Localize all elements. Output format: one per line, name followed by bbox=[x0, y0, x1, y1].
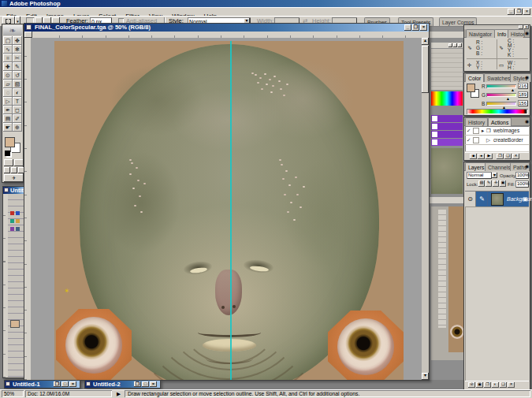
visibility-toggle[interactable]: ⊙ bbox=[465, 192, 476, 207]
action-row[interactable]: ✓ ▷ createBorder bbox=[465, 136, 529, 145]
slider-b-value[interactable]: 156 bbox=[518, 100, 528, 106]
slider-g-thumb[interactable]: ▲ bbox=[506, 96, 510, 101]
eraser-tool[interactable]: ▱ bbox=[3, 80, 13, 88]
lock-position-icon[interactable]: ✛ bbox=[493, 180, 499, 187]
doc-vertical-scrollbar[interactable]: ▴ ▾ bbox=[422, 38, 429, 380]
layer-row-background[interactable]: ⊙ ✎ Background ▣ bbox=[465, 191, 529, 206]
left-doc-content[interactable] bbox=[8, 194, 25, 378]
expand-arrow-icon[interactable]: ▸ bbox=[482, 128, 484, 134]
new-action-button[interactable]: ❏ bbox=[504, 154, 512, 159]
min-close-button[interactable]: × bbox=[150, 381, 157, 387]
slider-g-track[interactable] bbox=[486, 93, 516, 97]
action-set-row[interactable]: ✓ ▸ ❐ webImages bbox=[465, 127, 529, 136]
minimized-title-bar[interactable]: Untitled-1 ❐ □ × bbox=[5, 381, 80, 388]
delete-button[interactable]: ✕ bbox=[512, 154, 519, 159]
action-set-name[interactable]: webImages bbox=[493, 128, 519, 134]
clone-stamp-tool[interactable]: ⊙ bbox=[3, 71, 13, 80]
custom-shape-tool[interactable]: ◻ bbox=[13, 106, 22, 114]
lock-all-icon[interactable]: ▣ bbox=[500, 180, 506, 187]
stop-button[interactable]: ■ bbox=[470, 154, 477, 159]
doc-close-button[interactable]: × bbox=[420, 24, 427, 31]
scroll-thumb[interactable] bbox=[422, 46, 429, 93]
new-layer-button[interactable]: ❏ bbox=[500, 382, 507, 388]
doc-size-field[interactable]: Doc: 12.0M/16.0M bbox=[25, 390, 112, 397]
action-name[interactable]: createBorder bbox=[493, 137, 523, 143]
slider-b-track[interactable] bbox=[486, 102, 516, 106]
color-spectrum-bar[interactable] bbox=[467, 109, 528, 114]
doc-minimize-button[interactable]: _ bbox=[404, 24, 411, 31]
scroll-up-button[interactable]: ▴ bbox=[422, 38, 429, 45]
minimized-window-1[interactable]: Untitled-1 ❐ □ × bbox=[4, 380, 80, 389]
left-doc-title-bar[interactable]: Untitled bbox=[3, 187, 25, 194]
blur-tool[interactable]: ◌ bbox=[3, 88, 13, 97]
min-maximize-button[interactable]: □ bbox=[142, 381, 149, 387]
default-colors-icon[interactable] bbox=[5, 151, 10, 156]
minimized-window-2[interactable]: Untitled-2 ❐ □ × bbox=[84, 380, 161, 389]
new-set-button[interactable]: ❐ bbox=[484, 382, 491, 388]
hand-tool[interactable]: ☛ bbox=[3, 123, 13, 132]
tab-swatches[interactable]: Swatches bbox=[484, 73, 513, 82]
zoom-level-field[interactable]: 50% bbox=[2, 390, 24, 397]
tab-history[interactable]: History bbox=[465, 117, 488, 126]
tab-navigator[interactable]: Navigator bbox=[466, 29, 495, 38]
toggle-box[interactable] bbox=[473, 128, 479, 134]
close-button[interactable]: × bbox=[523, 9, 530, 15]
scroll-down-button[interactable]: ▾ bbox=[422, 373, 429, 380]
move-tool[interactable]: ✥ bbox=[13, 36, 22, 45]
fill-value[interactable]: 100% bbox=[515, 180, 529, 188]
notes-tool[interactable]: ▤ bbox=[3, 114, 13, 123]
lock-transparency-icon[interactable]: ▨ bbox=[478, 180, 485, 187]
palette-menu-arrow[interactable]: ◉ bbox=[525, 163, 529, 169]
screen-mode-full-menubar-button[interactable] bbox=[11, 167, 17, 173]
new-set-button[interactable]: ❐ bbox=[497, 154, 504, 159]
lasso-tool[interactable]: ∿ bbox=[3, 45, 13, 54]
gradient-tool[interactable]: ▧ bbox=[13, 80, 22, 88]
quickmask-mode-button[interactable] bbox=[14, 159, 24, 166]
layer-mask-button[interactable]: ▣ bbox=[476, 382, 483, 388]
foreground-color-swatch[interactable] bbox=[5, 137, 15, 147]
delete-layer-button[interactable]: ✕ bbox=[508, 382, 515, 388]
palette-menu-arrow[interactable]: ◉ bbox=[525, 74, 529, 80]
zoom-tool[interactable]: ⊕ bbox=[13, 123, 22, 132]
dodge-tool[interactable]: ◐ bbox=[13, 88, 22, 97]
layer-effects-button[interactable]: ⊘ bbox=[468, 382, 475, 388]
record-button[interactable]: ● bbox=[478, 154, 485, 159]
min-maximize-button[interactable]: □ bbox=[61, 381, 69, 387]
slider-r-thumb[interactable]: ▲ bbox=[511, 87, 515, 92]
history-brush-tool[interactable]: ↺ bbox=[13, 71, 22, 80]
toggle-box[interactable] bbox=[473, 137, 479, 143]
canvas[interactable]: ✶ bbox=[54, 41, 404, 380]
foreground-color-swatch[interactable] bbox=[467, 84, 475, 92]
standard-mode-button[interactable] bbox=[4, 159, 13, 166]
lock-image-icon[interactable]: ✎ bbox=[485, 180, 492, 187]
eyedropper-tool[interactable]: ✐ bbox=[13, 114, 22, 123]
tab-actions[interactable]: Actions bbox=[488, 117, 512, 126]
slider-g-value[interactable]: 189 bbox=[518, 91, 528, 98]
tab-color[interactable]: Color bbox=[465, 73, 484, 82]
status-arrow-icon[interactable]: ▶ bbox=[117, 390, 121, 397]
blend-mode-select[interactable]: Normal bbox=[467, 172, 492, 179]
min-restore-button[interactable]: ❐ bbox=[54, 381, 61, 387]
brush-tool[interactable]: ✎ bbox=[13, 62, 22, 71]
blend-mode-arrow[interactable]: ▾ bbox=[492, 173, 497, 178]
palette-menu-arrow[interactable]: ◉ bbox=[525, 30, 529, 35]
restore-button[interactable]: ❐ bbox=[515, 9, 523, 15]
crop-tool[interactable]: ⌗ bbox=[3, 54, 13, 62]
screen-mode-standard-button[interactable] bbox=[4, 167, 10, 173]
checkmark-icon[interactable]: ✓ bbox=[467, 128, 471, 134]
minimized-title-bar[interactable]: Untitled-2 ❐ □ × bbox=[85, 381, 160, 388]
expand-arrow-icon[interactable]: ▷ bbox=[486, 137, 490, 143]
type-tool[interactable]: T bbox=[13, 97, 22, 106]
opacity-value[interactable]: 100% bbox=[515, 172, 529, 179]
minimize-button[interactable]: _ bbox=[508, 9, 515, 15]
min-restore-button[interactable]: ❐ bbox=[134, 381, 141, 387]
play-button[interactable]: ▶ bbox=[485, 154, 493, 159]
doc-restore-button[interactable]: ❐ bbox=[412, 24, 419, 31]
pen-tool[interactable]: ✒ bbox=[3, 106, 13, 114]
path-selection-tool[interactable]: ▷ bbox=[3, 97, 13, 106]
healing-brush-tool[interactable]: ✚ bbox=[3, 62, 13, 71]
jump-to-imageready-button[interactable]: ✈ bbox=[4, 174, 24, 182]
palette-menu-arrow[interactable]: ◉ bbox=[525, 118, 529, 124]
document-title-bar[interactable]: FINAL_ColorSpecular.tga @ 50% (RGB/8) _ … bbox=[24, 24, 429, 32]
min-close-button[interactable]: × bbox=[69, 381, 76, 387]
